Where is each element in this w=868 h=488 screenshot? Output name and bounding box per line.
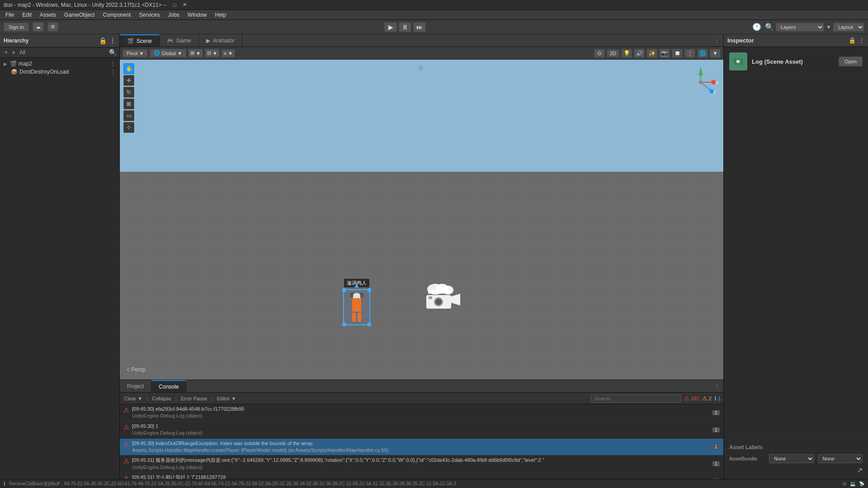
bottom-tab-bar: Project Console ⋮: [120, 380, 723, 393]
maximize-button[interactable]: □: [172, 2, 178, 8]
svg-text:z: z: [713, 89, 716, 94]
hierarchy-more-icon[interactable]: ⋮: [109, 37, 116, 44]
log-entry-0[interactable]: ⚠ [09:45:30] efa293cf-94d8-4548-b7cc-f17…: [120, 404, 723, 422]
global-label: Global: [161, 51, 176, 56]
inspector-more-icon[interactable]: ⋮: [859, 37, 864, 44]
editor-button[interactable]: Editor ▼: [215, 395, 238, 402]
separator-1: [147, 395, 147, 402]
menu-file[interactable]: File: [2, 11, 18, 19]
step-button[interactable]: ⏭: [413, 22, 426, 32]
audio-button[interactable]: 🔊: [634, 49, 645, 58]
log-entry-4[interactable]: ⚠ [09:45:31] 怎么都让我赶上了21881287728 UnityEn…: [120, 473, 723, 479]
console-more-button[interactable]: ⋮: [711, 381, 723, 391]
fx-button[interactable]: ✨: [646, 49, 657, 58]
character-selection-box[interactable]: ▲: [343, 289, 370, 325]
2d-button[interactable]: 2D: [607, 49, 619, 57]
hand-tool[interactable]: ✋: [123, 63, 134, 74]
settings-button[interactable]: ⚙: [47, 22, 58, 32]
asset-bundle-select[interactable]: None: [769, 454, 814, 463]
hierarchy-toolbar: + ▼ All 🔍: [0, 47, 119, 58]
scene-view[interactable]: ✋ ✛ ↻ ⊠ ▭ ⊹ 漩涡鸣人: [120, 60, 723, 380]
global-dropdown[interactable]: 🌐 Global ▼: [150, 49, 186, 57]
tree-item-map2[interactable]: ▶ 🎬 map2 ⋮: [0, 60, 119, 68]
svg-line-14: [701, 82, 711, 90]
log-entry-3[interactable]: ⚠ [09:45:31] 服务器收到的message内容是:oint:{"X":…: [120, 455, 723, 473]
log-text-4: [09:45:31] 怎么都让我赶上了21881287728 UnityEngi…: [132, 474, 710, 479]
error-pause-button[interactable]: Error Pause: [179, 395, 209, 402]
hierarchy-search-icon[interactable]: 🔍: [109, 49, 117, 56]
gizmo2-button[interactable]: 🔲: [672, 49, 683, 58]
play-button[interactable]: ▶: [384, 22, 397, 32]
tab-more-button[interactable]: ⋮: [711, 36, 723, 46]
menu-services[interactable]: Services: [135, 11, 163, 19]
asset-bundle-variant-select[interactable]: None: [818, 454, 863, 463]
pivot-dropdown[interactable]: Pivot ▼: [123, 49, 148, 57]
console-log: ⚠ [09:45:30] efa293cf-94d8-4548-b7cc-f17…: [120, 404, 723, 479]
pause-button[interactable]: ⏸: [399, 22, 411, 32]
more-button-scene[interactable]: ⋮: [684, 49, 695, 58]
snap-toggle[interactable]: ⊟ ▼: [205, 49, 220, 57]
layers-dropdown: 🕐 🔍 Layers Default TransparentFX ▼ Layou…: [752, 23, 864, 32]
open-button[interactable]: Open: [839, 56, 863, 66]
hierarchy-add-button[interactable]: +: [3, 49, 9, 56]
status-bar: ℹ ReceiveCallBack里的buff：68-70-22-3A-35-3…: [0, 479, 868, 488]
tree-item-dontdestroy[interactable]: 📦 DontDestroyOnLoad ⋮: [0, 68, 119, 76]
scene-asset-svg: [731, 55, 745, 68]
visibility-toggle[interactable]: ≡ ▼: [222, 49, 235, 57]
menu-edit[interactable]: Edit: [19, 11, 35, 19]
layout-select[interactable]: Layout Default Tall: [833, 23, 864, 32]
titlebar-controls: ─ □ ✕: [162, 2, 188, 8]
layers-select[interactable]: Layers Default TransparentFX: [776, 23, 824, 32]
console-search-input[interactable]: [591, 394, 681, 403]
collapse-button[interactable]: Collapse: [150, 395, 173, 402]
grid-toggle[interactable]: ⊞ ▼: [188, 49, 203, 57]
close-button[interactable]: ✕: [182, 2, 188, 8]
object-icon: 📦: [11, 69, 18, 75]
info-badge-icon: ℹ: [714, 395, 717, 402]
clear-button[interactable]: Clear ▼: [123, 395, 144, 402]
history-button[interactable]: 🕐: [752, 23, 761, 31]
main-layout: Hierarchy 🔒 ⋮ + ▼ All 🔍 ▶ 🎬 map2 ⋮ 📦 Don…: [0, 34, 868, 479]
light-button[interactable]: 💡: [621, 49, 632, 58]
menu-window[interactable]: Window: [184, 11, 211, 19]
minimize-button[interactable]: ─: [162, 2, 168, 8]
render-arrow[interactable]: ▼: [710, 49, 721, 58]
log-entry-1[interactable]: ⚠ [09:45:30] 1 UnityEngine.Debug:Log (ob…: [120, 422, 723, 439]
hierarchy-all-button[interactable]: All: [18, 49, 27, 56]
rect-tool[interactable]: ▭: [123, 110, 134, 121]
menu-jobs[interactable]: Jobs: [164, 11, 183, 19]
tab-console[interactable]: Console: [151, 380, 186, 392]
render-mode-button[interactable]: 🌐: [697, 49, 708, 58]
menu-gameobject[interactable]: GameObject: [61, 11, 98, 19]
svg-point-6: [435, 299, 442, 305]
scale-tool[interactable]: ⊠: [123, 99, 134, 109]
tab-game[interactable]: 🎮 Game: [160, 34, 199, 47]
log-icon-4: ⚠: [123, 474, 129, 479]
transform-tool[interactable]: ⊹: [123, 122, 134, 133]
gizmo-button[interactable]: ⊙: [594, 49, 605, 58]
search-button-top[interactable]: 🔍: [765, 23, 774, 31]
tree-options-dontdestroy[interactable]: ⋮: [110, 69, 116, 75]
tree-options-map2[interactable]: ⋮: [110, 61, 116, 67]
global-arrow: ▼: [177, 51, 182, 56]
scene-top-decoration: ≡: [418, 63, 425, 73]
account-button[interactable]: ☁: [33, 22, 44, 32]
log-count-4: 1: [712, 479, 720, 479]
inspector-corner-icon[interactable]: ↗: [857, 466, 863, 474]
tab-scene[interactable]: 🎬 Scene: [120, 34, 160, 47]
tab-animator[interactable]: ▶ Animator: [199, 34, 242, 47]
menu-assets[interactable]: Assets: [36, 11, 60, 19]
editor-label: Editor: [217, 396, 230, 401]
menu-help[interactable]: Help: [212, 11, 230, 19]
move-tool[interactable]: ✛: [123, 75, 134, 86]
svg-point-11: [711, 80, 716, 84]
tab-project[interactable]: Project: [120, 380, 151, 392]
visibility-arrow: ▼: [228, 51, 233, 56]
hierarchy-lock-icon[interactable]: 🔒: [99, 37, 107, 44]
camera-button[interactable]: 📷: [659, 49, 670, 58]
sign-in-button[interactable]: Sign in: [4, 23, 29, 32]
inspector-lock-icon[interactable]: 🔒: [849, 37, 856, 44]
menu-component[interactable]: Component: [99, 11, 134, 19]
log-entry-2[interactable]: ⚠ [09:45:30] IndexOutOfRangeException: I…: [120, 439, 723, 456]
rotate-tool[interactable]: ↻: [123, 87, 134, 98]
